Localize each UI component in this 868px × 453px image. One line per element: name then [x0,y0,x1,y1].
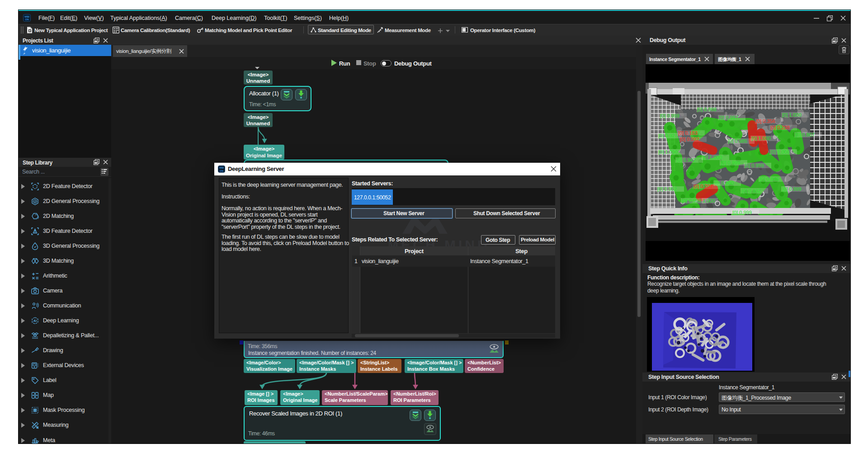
svg-text:[0] 0.183: [0] 0.183 [678,130,698,136]
svg-text:[0] 1.000: [0] 1.000 [658,149,678,155]
svg-text:[0] 0.998: [0] 0.998 [682,198,701,203]
svg-text:[0] 0.238: [0] 0.238 [770,125,790,130]
svg-text:[0] 0.092: [0] 0.092 [680,137,699,142]
svg-text:AI: AI [33,319,37,323]
svg-text:[0] 0.999: [0] 0.999 [782,186,802,192]
svg-text:[0] 0.998: [0] 0.998 [697,107,717,112]
svg-text:[0] 0.999: [0] 0.999 [745,163,764,168]
svg-text:[0] 0.952: [0] 0.952 [657,186,677,192]
svg-text:[0] 0.997: [0] 0.997 [719,115,738,120]
svg-text:[0] 1.000: [0] 1.000 [782,112,802,118]
svg-text:VISI: VISI [24,15,29,18]
svg-text:[0] 0.999: [0] 0.999 [732,210,752,215]
svg-text:ON: ON [25,18,28,21]
svg-text:[0] 1.000: [0] 1.000 [703,155,722,160]
svg-text:[0] 0.999: [0] 0.999 [721,160,740,165]
svg-text:[0] 1.000: [0] 1.000 [770,149,790,155]
svg-text:[0] 0.985: [0] 0.985 [728,138,747,144]
svg-text:ON: ON [220,170,223,172]
svg-text:[0] 0.942: [0] 0.942 [676,157,696,163]
svg-text:[0] 0.845: [0] 0.845 [760,176,779,182]
svg-text:[0] 0.807: [0] 0.807 [795,132,815,137]
svg-text:[0] 0.92: [0] 0.92 [658,133,675,138]
svg-text:[0] 0.201: [0] 0.201 [693,184,713,189]
svg-text:1.000: 1.000 [703,198,715,203]
svg-text:[0] 0.356: [0] 0.356 [756,118,775,124]
svg-text:[0] 1.000: [0] 1.000 [751,136,771,141]
svg-text:VISI: VISI [219,166,224,169]
svg-text:[0] 0.999: [0] 0.999 [660,113,679,118]
svg-text:[0] 0.932: [0] 0.932 [741,188,761,193]
